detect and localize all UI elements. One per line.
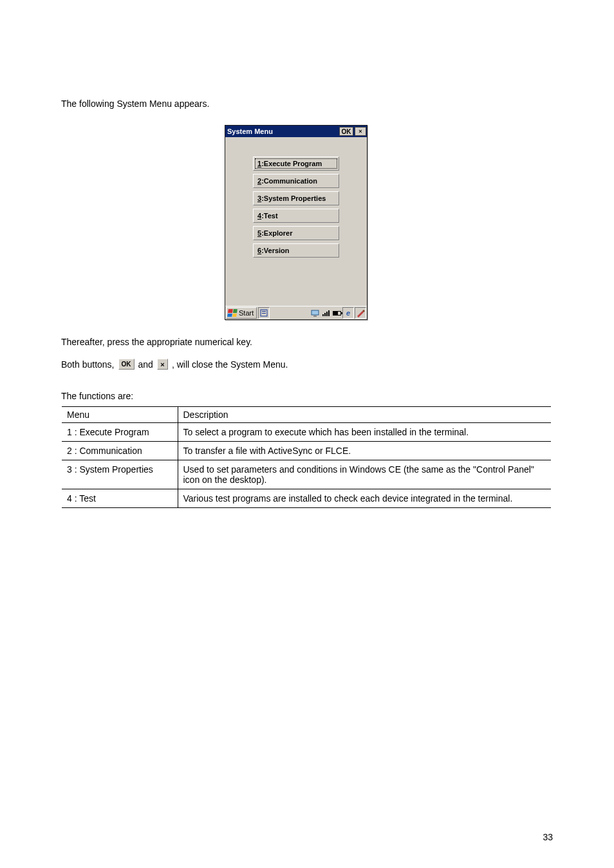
header-menu: Menu (62, 407, 178, 423)
cell-desc: To transfer a file with ActiveSync or FL… (178, 442, 551, 460)
cell-desc: To select a program to execute which has… (178, 423, 551, 442)
menu-item-execute-program[interactable]: 1:Execute Program (253, 156, 339, 171)
cell-menu: 4 : Test (62, 489, 178, 508)
page-number: 33 (543, 832, 553, 842)
note-press-key: Thereafter, press the appropriate numeri… (61, 337, 563, 347)
taskbar: Start e (225, 306, 367, 319)
cell-desc: Various test programs are installed to c… (178, 489, 551, 508)
menu-item-test[interactable]: 4:Test (253, 209, 339, 223)
functions-table: Menu Description 1 : Execute Program To … (62, 406, 551, 508)
system-menu-window: System Menu OK × 1:Execute Program 2:Com… (225, 125, 367, 320)
functions-label: The functions are: (61, 391, 133, 401)
svg-rect-3 (312, 310, 319, 315)
table-row: 2 : Communication To transfer a file wit… (62, 442, 551, 460)
system-tray: e (310, 307, 366, 319)
svg-rect-1 (262, 311, 266, 312)
signal-icon (321, 308, 331, 318)
start-button[interactable]: Start (226, 307, 257, 319)
table-row: 1 : Execute Program To select a program … (62, 423, 551, 442)
window-title: System Menu (227, 127, 273, 135)
cell-menu: 1 : Execute Program (62, 423, 178, 442)
menu-item-system-properties[interactable]: 3:System Properties (253, 191, 339, 205)
svg-rect-2 (262, 313, 266, 314)
titlebar-close-button[interactable]: × (355, 127, 366, 136)
table-row: 4 : Test Various test programs are insta… (62, 489, 551, 508)
ie-tray-icon[interactable]: e (342, 307, 354, 319)
svg-rect-4 (313, 316, 317, 317)
taskbar-app-icon[interactable] (258, 307, 270, 319)
titlebar-ok-button[interactable]: OK (339, 127, 353, 136)
cell-desc: Used to set parameters and conditions in… (178, 460, 551, 489)
client-area: 1:Execute Program 2:Communication 3:Syst… (225, 137, 367, 307)
start-label: Start (239, 309, 254, 317)
menu-item-explorer[interactable]: 5:Explorer (253, 226, 339, 240)
pen-tray-icon[interactable] (355, 307, 366, 319)
titlebar: System Menu OK × (225, 126, 367, 137)
table-header-row: Menu Description (62, 407, 551, 423)
table-row: 3 : System Properties Used to set parame… (62, 460, 551, 489)
menu-item-communication[interactable]: 2:Communication (253, 174, 339, 188)
desktop-tray-icon[interactable] (310, 308, 320, 318)
inline-close-icon: × (157, 359, 168, 370)
note-buttons-close: Both buttons, OK and × , will close the … (61, 359, 563, 370)
cell-menu: 2 : Communication (62, 442, 178, 460)
intro-text: The following System Menu appears. (61, 98, 563, 109)
header-description: Description (178, 407, 551, 423)
menu-item-version[interactable]: 6:Version (253, 243, 339, 258)
windows-flag-icon (227, 309, 237, 317)
inline-ok-icon: OK (118, 359, 135, 370)
battery-icon (331, 308, 342, 318)
cell-menu: 3 : System Properties (62, 460, 178, 489)
